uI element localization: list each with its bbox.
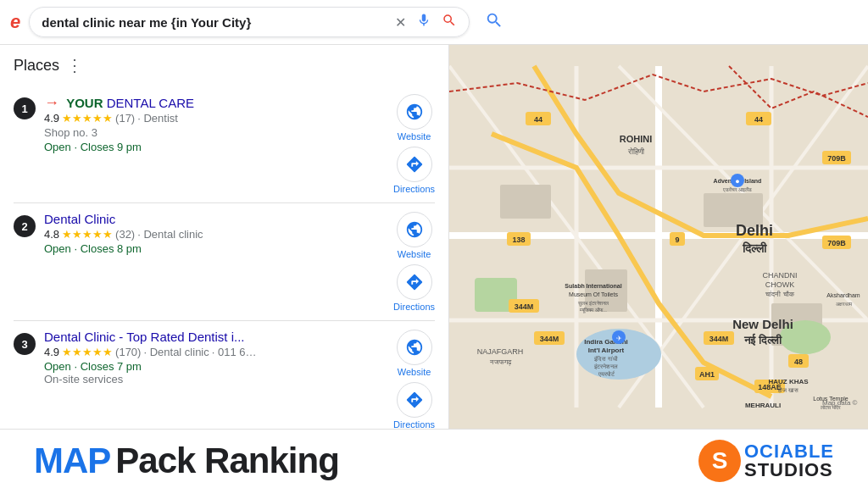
place-extra-3: On-site services [44,373,387,385]
place-status-3: Open · Closes 7 pm [44,360,387,373]
website-icon-circle-2 [397,212,432,247]
svg-text:दिल्ली: दिल्ली [742,241,767,255]
svg-text:NAJAFGARH: NAJAFGARH [477,347,524,356]
website-button-3[interactable]: Website [397,330,432,377]
place-name-1[interactable]: → YOUR DENTAL CARE [44,94,387,110]
svg-text:रोहिणी: रोहिणी [627,147,645,156]
place-item-3: 3 Dental Clinic - Top Rated Dentist i...… [14,321,435,429]
svg-text:✈: ✈ [616,335,622,342]
map-text: MAP [34,441,110,481]
svg-text:हौज खास: हौज खास [777,386,798,393]
svg-text:44: 44 [754,115,763,124]
search-icons: ✕ [395,13,457,31]
website-label-3: Website [398,367,431,377]
place-name-highlight-1: YOUR [66,96,103,110]
stars-2: ★★★★★ [62,228,113,241]
bottom-bar: MAP Pack Ranking S OCIABLE STUDIOS [0,429,868,488]
place-number-2: 2 [14,215,36,237]
place-name-2[interactable]: Dental Clinic [44,212,387,226]
place-type-2: · Dental clinic [137,228,203,241]
svg-text:44: 44 [534,115,542,124]
places-menu-icon[interactable]: ⋮ [66,55,83,75]
svg-text:अक्षरधाम: अक्षरधाम [836,302,853,307]
left-panel: Places ⋮ 1 → YOUR DENTAL CARE 4.9 ★★★★★ … [0,45,449,429]
svg-text:ROHINI: ROHINI [620,134,653,144]
clear-icon[interactable]: ✕ [395,14,406,30]
svg-text:344M: 344M [515,302,534,311]
search-box[interactable]: dental clinic near me {in Your City} ✕ [29,7,470,37]
rating-value-1: 4.9 [44,112,59,125]
svg-text:चांदनी चौक: चांदनी चौक [765,290,794,298]
bottom-right: S OCIABLE STUDIOS [698,440,834,482]
svg-text:Map data ©: Map data © [822,399,858,407]
place-name-text-2: Dental Clinic [44,212,115,226]
svg-text:नई दिल्ली: नई दिल्ली [743,333,782,347]
stars-3: ★★★★★ [62,346,113,358]
directions-icon-circle-1 [397,147,432,182]
svg-text:48: 48 [794,358,803,366]
map-panel[interactable]: 44 44 709B 709B 138 9 344M 344M 344M AH1… [449,45,868,429]
directions-label-2: Directions [393,302,435,312]
svg-text:New Delhi: New Delhi [732,317,793,331]
places-header: Places ⋮ [14,55,435,75]
place-actions-3: Website Directions [393,330,435,429]
arrow-icon-1: → [44,94,59,112]
place-type-1: · Dentist [137,112,178,125]
search-text: dental clinic near me {in Your City} [42,15,395,30]
rating-value-3: 4.9 [44,346,59,358]
svg-text:9: 9 [675,236,679,244]
svg-text:709B: 709B [827,239,846,247]
svg-text:344M: 344M [540,335,559,343]
rating-count-1: (17) [115,112,135,125]
svg-text:Delhi: Delhi [736,222,773,239]
google-logo: e [10,11,20,33]
directions-icon-circle-2 [397,264,432,300]
svg-text:सुलभ इंटरनेशनल: सुलभ इंटरनेशनल [577,300,609,307]
logo-s-icon: S [698,440,741,482]
svg-text:इंटरनेशनल: इंटरनेशनल [593,363,618,370]
rating-count-2: (32) [115,228,135,241]
website-button-2[interactable]: Website [397,212,432,259]
svg-text:Int'l Airport: Int'l Airport [588,347,625,354]
svg-text:इंदिरा गांधी: इंदिरा गांधी [593,355,618,363]
place-item-2: 2 Dental Clinic 4.8 ★★★★★ (32) · Dental … [14,203,435,321]
svg-text:Museum Of Toilets: Museum Of Toilets [569,291,618,297]
directions-button-3[interactable]: Directions [393,382,435,429]
directions-label-3: Directions [393,419,435,429]
svg-text:Akshardham: Akshardham [826,292,860,298]
website-button-1[interactable]: Website [397,94,432,141]
svg-text:Sulabh International: Sulabh International [565,283,621,289]
svg-text:344M: 344M [709,335,729,343]
lens-icon[interactable] [442,13,457,31]
place-rating-3: 4.9 ★★★★★ (170) · Dental clinic · 011 6… [44,346,387,358]
place-item-1: 1 → YOUR DENTAL CARE 4.9 ★★★★★ (17) · De… [14,86,435,203]
map-svg: 44 44 709B 709B 138 9 344M 344M 344M AH1… [449,45,868,429]
directions-button-2[interactable]: Directions [393,264,435,312]
svg-text:MEHRAULI: MEHRAULI [745,402,781,409]
search-button[interactable] [478,8,510,37]
svg-text:CHANDNI: CHANDNI [762,271,797,280]
sociable-logo: S OCIABLE STUDIOS [698,440,834,482]
logo-text-block: OCIABLE STUDIOS [744,442,834,480]
top-bar: e dental clinic near me {in Your City} ✕ [0,0,868,45]
place-name-3[interactable]: Dental Clinic - Top Rated Dentist i... [44,330,387,344]
directions-label-1: Directions [393,184,435,194]
svg-text:AH1: AH1 [699,370,715,379]
svg-text:एयरपोर्ट: एयरपोर्ट [598,370,615,377]
svg-text:138: 138 [512,236,525,244]
logo-line2: STUDIOS [744,461,834,480]
svg-text:HAUZ KHAS: HAUZ KHAS [768,378,809,385]
search-suffix: {in Your City} [171,15,251,30]
mic-icon[interactable] [416,13,431,31]
svg-text:नजफगढ़: नजफगढ़ [489,358,512,366]
website-label-1: Website [398,131,431,141]
directions-button-1[interactable]: Directions [393,147,435,194]
place-detail-3: · 011 6… [212,346,257,358]
place-actions-1: Website Directions [393,94,435,194]
place-name-text-3: Dental Clinic - Top Rated Dentist i... [44,330,245,344]
place-number-1: 1 [14,97,36,119]
svg-text:एडवेंचर आइलैंड: एडवेंचर आइलैंड [722,186,753,192]
place-type-3: · Dental clinic [143,346,209,358]
svg-text:●: ● [735,177,739,186]
pack-ranking-text: Pack Ranking [115,441,338,481]
